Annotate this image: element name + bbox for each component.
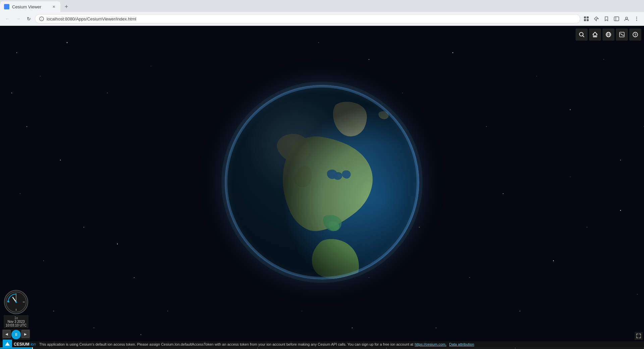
svg-rect-7 <box>614 17 619 21</box>
svg-point-50 <box>352 328 353 328</box>
tab-favicon <box>4 4 9 9</box>
svg-point-32 <box>452 52 453 53</box>
tab-title: Cesium Viewer <box>12 4 48 9</box>
svg-point-9 <box>626 17 628 19</box>
svg-rect-6 <box>587 19 589 21</box>
home-button[interactable] <box>589 29 601 41</box>
expand-icon <box>636 334 641 338</box>
svg-point-17 <box>107 93 108 93</box>
globe-container <box>225 85 419 280</box>
help-button[interactable]: ? <box>629 29 641 41</box>
svg-point-12 <box>636 20 637 21</box>
svg-point-51 <box>302 311 302 311</box>
svg-point-29 <box>53 311 54 311</box>
svg-point-15 <box>40 76 40 76</box>
extensions-icon <box>584 16 589 21</box>
sidebar-icon <box>614 16 619 21</box>
svg-point-37 <box>603 59 604 60</box>
svg-point-19 <box>151 66 151 66</box>
svg-point-39 <box>587 227 587 227</box>
share-icon <box>594 16 599 21</box>
svg-rect-4 <box>587 16 589 18</box>
menu-button[interactable] <box>632 14 641 23</box>
lock-icon: i <box>39 16 44 21</box>
svg-point-47 <box>570 177 570 177</box>
home-icon <box>592 32 598 38</box>
svg-point-44 <box>436 328 436 328</box>
svg-rect-3 <box>584 16 586 18</box>
reload-button[interactable]: ↻ <box>24 14 34 23</box>
svg-point-21 <box>20 193 20 194</box>
date-display-line1: Nov 3 2023 <box>6 320 26 323</box>
cesium-notification-bar: CESIUM ion This application is using Ces… <box>0 341 644 347</box>
svg-point-48 <box>620 210 621 211</box>
search-icon <box>579 32 585 38</box>
data-attribution-link[interactable]: Data attribution <box>449 342 474 346</box>
svg-rect-66 <box>594 35 596 37</box>
forward-button[interactable]: → <box>13 14 23 23</box>
profile-button[interactable] <box>622 14 631 23</box>
timeline-track[interactable]: Nov 3 2023 12:00:00 UTC Nov 3 2023 16:00… <box>0 347 644 349</box>
svg-point-33 <box>486 126 487 127</box>
expand-button[interactable] <box>635 332 643 340</box>
bookmark-icon <box>604 16 609 21</box>
svg-point-28 <box>94 328 94 328</box>
cesium-link[interactable]: https://cesium.com. <box>415 342 446 346</box>
svg-point-26 <box>134 277 135 278</box>
svg-point-73 <box>622 34 623 35</box>
svg-line-65 <box>583 36 584 37</box>
svg-marker-85 <box>5 342 10 346</box>
layers-button[interactable] <box>616 29 628 41</box>
date-speed-display: 1x Nov 3 2023 10:03:10 UTC <box>4 315 29 328</box>
playback-area: 1x Nov 3 2023 10:03:10 UTC ◀ ⏸ ▶ <box>2 290 30 340</box>
svg-point-23 <box>43 260 44 261</box>
globe-atmosphere <box>225 85 419 280</box>
browser-toolbar-actions <box>582 14 641 23</box>
cesium-toolbar: ? <box>576 29 641 41</box>
share-button[interactable] <box>592 14 601 23</box>
svg-text:?: ? <box>634 33 637 37</box>
url-display: localhost:8080/Apps/CesiumViewer/index.h… <box>47 16 576 21</box>
svg-point-20 <box>60 160 61 160</box>
svg-point-18 <box>26 126 27 127</box>
bookmark-button[interactable] <box>602 14 611 23</box>
timeline-row[interactable]: Nov 3 2023 12:00:00 UTC Nov 3 2023 16:00… <box>0 347 644 349</box>
sidebar-button[interactable] <box>612 14 621 23</box>
active-tab[interactable]: Cesium Viewer ✕ <box>0 1 60 12</box>
tab-close-button[interactable]: ✕ <box>51 4 56 9</box>
svg-point-36 <box>570 109 571 110</box>
new-tab-button[interactable]: + <box>62 2 71 11</box>
svg-point-0 <box>5 5 8 8</box>
svg-point-35 <box>536 76 537 76</box>
speed-display: 1x <box>6 316 26 320</box>
svg-point-11 <box>636 18 637 19</box>
cesium-viewer[interactable]: ? <box>0 26 644 349</box>
clock-face <box>5 291 27 313</box>
svg-point-38 <box>620 160 621 160</box>
extensions-button[interactable] <box>582 14 591 23</box>
globe-icon <box>605 32 611 38</box>
tab-bar: Cesium Viewer ✕ + <box>0 0 644 12</box>
menu-dots-icon <box>634 16 639 21</box>
address-bar-row: ← → ↻ i localhost:8080/Apps/CesiumViewer… <box>0 12 644 26</box>
date-display-line2: 10:03:10 UTC <box>6 323 26 327</box>
globe <box>225 85 419 280</box>
globe-view-button[interactable] <box>602 29 614 41</box>
svg-point-41 <box>637 294 638 295</box>
address-bar[interactable]: i localhost:8080/Apps/CesiumViewer/index… <box>35 14 580 23</box>
timeline-ticks-svg <box>0 347 644 349</box>
pause-button[interactable]: ⏸ <box>11 330 21 339</box>
cesium-logo-ion: ion <box>31 342 36 347</box>
svg-point-24 <box>117 244 118 244</box>
play-button[interactable]: ▶ <box>21 330 30 338</box>
back-button[interactable]: ← <box>3 14 12 23</box>
svg-point-16 <box>67 42 67 43</box>
cesium-logo-text: CESIUM <box>14 342 30 347</box>
svg-point-10 <box>636 17 637 18</box>
help-icon: ? <box>632 32 638 38</box>
svg-rect-5 <box>584 19 586 21</box>
svg-point-83 <box>15 301 17 303</box>
search-button[interactable] <box>576 29 588 41</box>
rewind-button[interactable]: ◀ <box>3 330 11 338</box>
svg-point-54 <box>141 334 141 335</box>
